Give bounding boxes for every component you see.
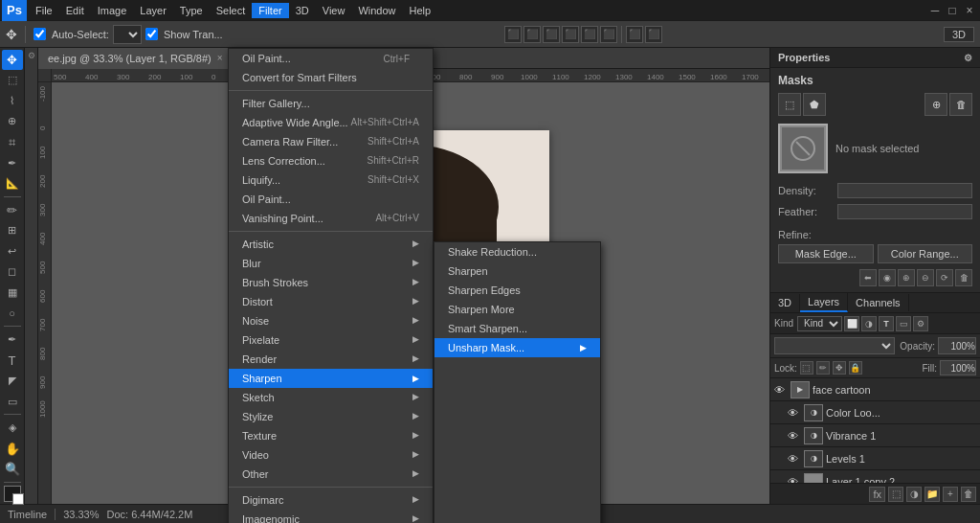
lock-image[interactable]: ✏ (816, 361, 830, 375)
filter-sketch[interactable]: Sketch▶ (229, 388, 433, 407)
layer-row-levels[interactable]: 👁 ◑ Levels 1 (770, 447, 980, 470)
timeline-label[interactable]: Timeline (8, 509, 56, 520)
menu-image[interactable]: Image (91, 3, 134, 18)
prop-icon-3[interactable]: ⊕ (898, 269, 915, 286)
prop-icon-4[interactable]: ⊖ (917, 269, 934, 286)
filter-adaptive[interactable]: Adaptive Wide Angle...Alt+Shift+Ctrl+A (229, 113, 433, 132)
tool-history-brush[interactable]: ↩ (2, 241, 23, 262)
menu-help[interactable]: Help (403, 3, 438, 18)
tool-select-move[interactable]: ✥ (2, 50, 23, 70)
filter-type[interactable]: T (879, 316, 894, 331)
layers-tab-channels[interactable]: Channels (848, 294, 908, 311)
filter-sharpen[interactable]: Sharpen▶ (229, 369, 433, 388)
align-left[interactable]: ⬛ (504, 26, 522, 43)
distribute-left[interactable]: ⬛ (626, 26, 643, 43)
filter-video[interactable]: Video▶ (229, 445, 433, 465)
lock-transparent[interactable]: ⬚ (800, 361, 813, 375)
auto-select-dropdown[interactable]: Group (113, 25, 142, 44)
layer-row-vibrance[interactable]: 👁 ◑ Vibrance 1 (770, 424, 980, 447)
filter-artistic[interactable]: Artistic▶ (229, 235, 433, 254)
new-adj-layer-btn[interactable]: ◑ (906, 487, 922, 502)
layer-row-color-loo[interactable]: 👁 ◑ Color Loo... (770, 401, 980, 424)
document-tab[interactable]: ee.jpg @ 33.3% (Layer 1, RGB/8#) × (38, 48, 234, 69)
tool-brush[interactable]: ✏ (2, 200, 23, 220)
filter-digimarc[interactable]: Digimarc▶ (229, 490, 433, 510)
prop-icon-1[interactable]: ⬅ (859, 269, 877, 286)
filter-distort[interactable]: Distort▶ (229, 292, 433, 311)
tool-path-select[interactable]: ◤ (2, 371, 23, 391)
filter-texture[interactable]: Texture▶ (229, 426, 433, 445)
tool-3d[interactable]: ◈ (2, 418, 23, 438)
prop-icon-2[interactable]: ◉ (879, 269, 896, 286)
menu-3d[interactable]: 3D (289, 3, 316, 18)
tool-select-rect[interactable]: ⬚ (2, 71, 23, 91)
menu-view[interactable]: View (316, 3, 352, 18)
blend-mode-select[interactable]: Normal (774, 337, 895, 354)
tool-ruler[interactable]: 📐 (2, 173, 23, 193)
lock-all[interactable]: 🔒 (849, 361, 862, 375)
tool-clone[interactable]: ⊞ (2, 220, 23, 240)
menu-file[interactable]: File (29, 3, 59, 18)
tool-dodge[interactable]: ○ (2, 304, 23, 324)
filter-stylize[interactable]: Stylize▶ (229, 407, 433, 426)
filter-vanishing[interactable]: Vanishing Point...Alt+Ctrl+V (229, 209, 433, 228)
color-range-btn[interactable]: Color Range... (878, 244, 973, 263)
filter-render[interactable]: Render▶ (229, 350, 433, 369)
menu-select[interactable]: Select (210, 3, 253, 18)
tool-text[interactable]: T (2, 351, 23, 371)
prop-icon-5[interactable]: ⟳ (936, 269, 953, 286)
tool-shape[interactable]: ▭ (2, 392, 23, 412)
eye-icon[interactable]: 👁 (788, 453, 801, 465)
pixel-mask-btn[interactable]: ⬚ (778, 93, 801, 116)
filter-adj[interactable]: ◑ (861, 316, 877, 331)
filter-pixelate[interactable]: Pixelate▶ (229, 330, 433, 350)
menu-filter[interactable]: Filter (252, 3, 288, 18)
filter-other[interactable]: Other▶ (229, 465, 433, 484)
add-mask-btn[interactable]: ⊕ (924, 93, 947, 116)
sharpen-smart[interactable]: Smart Sharpen... (434, 319, 600, 338)
tool-eraser[interactable]: ◻ (2, 262, 23, 283)
layer-kind-filter[interactable]: Kind (797, 316, 842, 331)
tool-quick-select[interactable]: ⊕ (2, 112, 23, 132)
layers-tab-layers[interactable]: Layers (800, 293, 848, 312)
filter-brush-strokes[interactable]: Brush Strokes▶ (229, 273, 433, 292)
layers-tab-3d[interactable]: 3D (770, 294, 800, 311)
properties-panel-icon[interactable]: ⚙ (964, 53, 972, 63)
filter-convert-smart[interactable]: Convert for Smart Filters (229, 68, 433, 87)
align-center-v[interactable]: ⬛ (581, 26, 598, 43)
sharpen-shake-reduction[interactable]: Shake Reduction... (434, 242, 600, 262)
show-transform-checkbox[interactable] (145, 28, 158, 40)
menu-edit[interactable]: Edit (59, 3, 91, 18)
layer-row-copy2[interactable]: 👁 Layer 1 copy 2 (770, 470, 980, 483)
eye-icon[interactable]: 👁 (788, 407, 801, 419)
foreground-color[interactable] (4, 486, 21, 502)
menu-layer[interactable]: Layer (133, 3, 173, 18)
new-layer-btn[interactable]: + (943, 487, 958, 502)
align-center-h[interactable]: ⬛ (523, 26, 541, 43)
tool-lasso[interactable]: ⌇ (2, 91, 23, 111)
eye-icon[interactable]: 👁 (774, 384, 788, 396)
sharpen-edges[interactable]: Sharpen Edges (434, 281, 600, 300)
window-close[interactable]: × (961, 2, 978, 19)
delete-mask-btn[interactable]: 🗑 (949, 93, 972, 116)
sharpen-unsharp-mask[interactable]: Unsharp Mask... ▶ (434, 338, 600, 357)
tool-gradient[interactable]: ▦ (2, 283, 23, 303)
distribute-right[interactable]: ⬛ (645, 26, 662, 43)
delete-layer-btn[interactable]: 🗑 (961, 487, 976, 502)
filter-oil-paint[interactable]: Oil Paint...Ctrl+F (229, 49, 433, 68)
vector-mask-btn[interactable]: ⬟ (803, 93, 826, 116)
align-bottom[interactable]: ⬛ (600, 26, 617, 43)
filter-pixel[interactable]: ⬜ (844, 316, 859, 331)
align-top[interactable]: ⬛ (562, 26, 579, 43)
tool-pen[interactable]: ✒ (2, 330, 23, 350)
eye-icon[interactable]: 👁 (788, 430, 801, 442)
filter-oil-paint2[interactable]: Oil Paint... (229, 190, 433, 209)
filter-smart[interactable]: ⚙ (913, 316, 928, 331)
sharpen-sharpen[interactable]: Sharpen (434, 262, 600, 281)
window-minimize[interactable]: ─ (926, 2, 944, 19)
tool-crop[interactable]: ⌗ (2, 132, 23, 152)
prop-icon-6[interactable]: 🗑 (955, 269, 972, 286)
new-group-btn[interactable]: 📁 (924, 487, 940, 502)
align-right[interactable]: ⬛ (543, 26, 560, 43)
tool-zoom[interactable]: 🔍 (2, 460, 23, 480)
